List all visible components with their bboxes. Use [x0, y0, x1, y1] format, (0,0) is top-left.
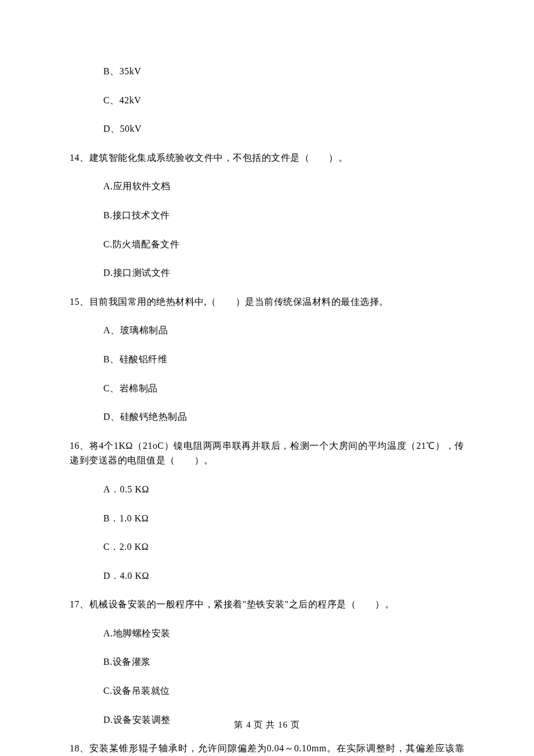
q14-option-a: A.应用软件文档 [103, 179, 464, 194]
q17-stem: 17、机械设备安装的一般程序中，紧接着"垫铁安装"之后的程序是（ ）。 [70, 597, 464, 612]
q15-option-a: A、玻璃棉制品 [103, 323, 464, 338]
q18-stem: 18、安装某锥形辊子轴承时，允许间隙偏差为0.04～0.10mm。在实际调整时，… [70, 741, 464, 756]
q15-option-c: C、岩棉制品 [103, 381, 464, 396]
q15-option-d: D、硅酸钙绝热制品 [103, 409, 464, 424]
page-footer: 第 4 页 共 16 页 [0, 718, 534, 732]
q15-stem: 15、目前我国常用的绝热材料中,（ ）是当前传统保温材料的最佳选择。 [70, 294, 464, 309]
q16-option-d: D．4.0 KΩ [103, 568, 464, 584]
q16-option-a: A．0.5 KΩ [103, 482, 464, 497]
q14-option-b: B.接口技术文件 [103, 208, 464, 223]
q16-stem: 16、将4个1KΩ（21oC）镍电阻两两串联再并联后，检测一个大房间的平均温度（… [70, 438, 464, 468]
q13-option-d: D、50kV [103, 121, 464, 136]
q14-stem: 14、建筑智能化集成系统验收文件中，不包括的文件是（ ）。 [70, 150, 464, 165]
q13-option-c: C、42kV [103, 93, 464, 108]
q14-option-c: C.防火墙配备文件 [103, 237, 464, 252]
q15-option-b: B、硅酸铝纤维 [103, 352, 464, 367]
q17-option-a: A.地脚螺栓安装 [103, 626, 464, 641]
q17-option-c: C.设备吊装就位 [103, 683, 464, 699]
q13-option-b: B、35kV [103, 64, 464, 79]
q14-option-d: D.接口测试文件 [103, 265, 464, 280]
q17-option-b: B.设备灌浆 [103, 654, 464, 669]
q16-option-c: C．2.0 KΩ [103, 539, 464, 555]
q16-option-b: B．1.0 KΩ [103, 511, 464, 526]
